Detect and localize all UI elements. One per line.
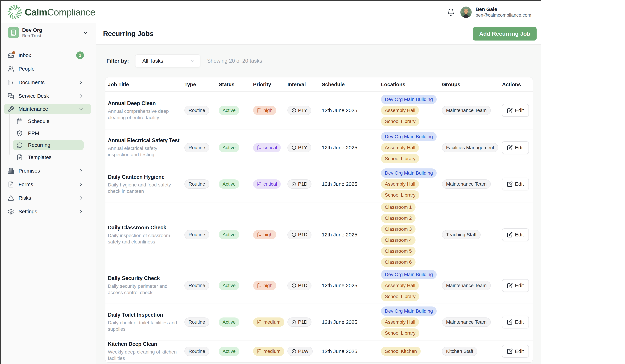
sidebar-item-forms[interactable]: Forms [4,180,91,189]
edit-button[interactable]: Edit [502,228,529,241]
schedule-cell: 12th June 2025 [320,348,379,354]
group-pill: Maintenance Team [442,106,491,115]
user-info[interactable]: Ben Gale ben@calmcompliance.com [475,6,531,18]
sidebar-item-settings[interactable]: Settings [4,207,91,216]
sidebar-item-risks[interactable]: Risks [4,193,91,203]
job-title-cell: Daily Canteen Hygiene Daily hygiene and … [105,174,183,194]
column-header-job-title: Job Title [105,82,183,87]
interval-pill: P1D [287,180,312,189]
column-header-groups: Groups [440,82,500,87]
locations-cell: Dev Org Main BuildingAssembly HallSchool… [379,270,440,301]
priority-pill: critical [253,180,281,189]
building-icon [10,29,17,36]
schedule-cell: 12th June 2025 [320,283,379,288]
location-stack: Dev Org Main BuildingAssembly HallSchool… [381,95,440,126]
sidebar-item-schedule[interactable]: Schedule [4,116,91,126]
sidebar-item-inbox[interactable]: Inbox1 [4,50,91,60]
column-header-type: Type [183,82,217,87]
job-description: Annual comprehensive deep cleaning of en… [108,108,180,121]
location-pill: Assembly Hall [381,281,419,290]
location-pill: Dev Org Main Building [381,168,437,178]
org-selector[interactable]: Dev Org Ben Trust [1,26,96,39]
chevron-right-icon [78,80,84,85]
brand-logo[interactable]: CalmCompliance [6,4,95,20]
sidebar-item-people[interactable]: People [4,64,91,74]
inbox-icon-wrap [8,52,14,59]
table-row: Kitchen Deep Clean Weekly deep cleaning … [105,340,533,362]
job-description: Daily check of toilet facilities and sup… [108,320,180,332]
sidebar-item-premises[interactable]: Premises [4,166,91,176]
schedule-cell: 12th June 2025 [320,181,379,187]
alert-triangle-icon-wrap [8,195,14,201]
user-name: Ben Gale [475,6,531,12]
clock-icon [292,182,296,186]
chevron-down-icon [78,106,84,112]
sidebar-item-ppm[interactable]: PPM [4,128,91,138]
file-icon [8,181,14,188]
locations-cell: School Kitchen [379,347,440,356]
screenshot-canvas: CalmCompliance [0,0,625,364]
type-cell: Routine [183,317,217,327]
inbox-count-badge: 1 [76,52,84,59]
chevron-right-icon [78,209,84,214]
showing-count: Showing 20 of 20 tasks [207,58,262,64]
sidebar-item-templates[interactable]: Templates [4,152,91,162]
groups-cell: Maintenance Team [440,317,500,327]
sidebar-item-documents[interactable]: Documents [4,77,91,87]
flag-icon [257,283,262,288]
location-stack: School Kitchen [381,347,440,356]
clock-icon [292,283,296,288]
buildings-icon-wrap [8,168,14,174]
status-pill: Active [219,180,239,189]
job-title: Daily Security Check [108,275,183,281]
sidebar-item-label: Premises [19,168,40,174]
priority-pill: high [253,106,276,115]
people-icon-wrap [8,66,14,72]
schedule-cell: 12th June 2025 [320,232,379,238]
edit-button[interactable]: Edit [502,104,529,117]
job-title-cell: Daily Security Check Daily security peri… [105,275,183,296]
people-icon [8,66,14,72]
priority-cell: medium [251,317,286,327]
sidebar-item-maintenance[interactable]: Maintenance [4,104,91,114]
sidebar-item-recurring[interactable]: Recurring [13,140,84,150]
add-recurring-job-button[interactable]: Add Recurring Job [473,27,536,40]
location-pill: Classroom 4 [381,236,415,245]
app-window: CalmCompliance [0,0,541,364]
table-row: Annual Electrical Safety Test Annual ele… [105,129,533,166]
page-title: Recurring Jobs [103,30,154,38]
job-description: Weekly deep cleaning of kitchen faciliti… [108,349,180,362]
sidebar-item-label: Forms [19,182,33,187]
edit-button[interactable]: Edit [502,316,529,329]
clock-icon [292,108,296,113]
edit-button[interactable]: Edit [502,345,529,358]
groups-cell: Teaching Staff [440,230,500,239]
location-pill: School Library [381,292,419,301]
brand-wordmark: CalmCompliance [25,7,95,18]
flag-icon [257,232,262,237]
shield-check-icon [16,130,23,136]
filter-select[interactable]: All Tasks [135,55,200,67]
avatar[interactable] [460,6,472,18]
column-header-schedule: Schedule [320,82,379,87]
sidebar-item-service-desk[interactable]: Service Desk [4,91,91,101]
actions-cell: Edit [500,345,533,358]
interval-cell: P1D [286,230,320,239]
status-cell: Active [217,317,251,327]
window-left-edge [0,0,1,364]
interval-cell: P1W [286,347,320,356]
edit-button[interactable]: Edit [502,178,529,190]
jobs-table-card: Job TitleTypeStatusPriorityIntervalSched… [105,77,533,363]
edit-button[interactable]: Edit [502,279,529,292]
clock-icon [292,349,296,354]
bell-icon[interactable] [447,8,455,16]
edit-button[interactable]: Edit [502,141,529,154]
avatar-illustration [460,6,472,18]
job-title: Annual Electrical Safety Test [108,137,183,144]
location-pill: Classroom 5 [381,246,415,256]
group-pill: Teaching Staff [442,230,481,239]
chevron-right-icon [78,168,84,173]
location-pill: Classroom 6 [381,258,415,267]
priority-cell: medium [251,347,286,356]
schedule-date: 12th June 2025 [322,107,357,113]
